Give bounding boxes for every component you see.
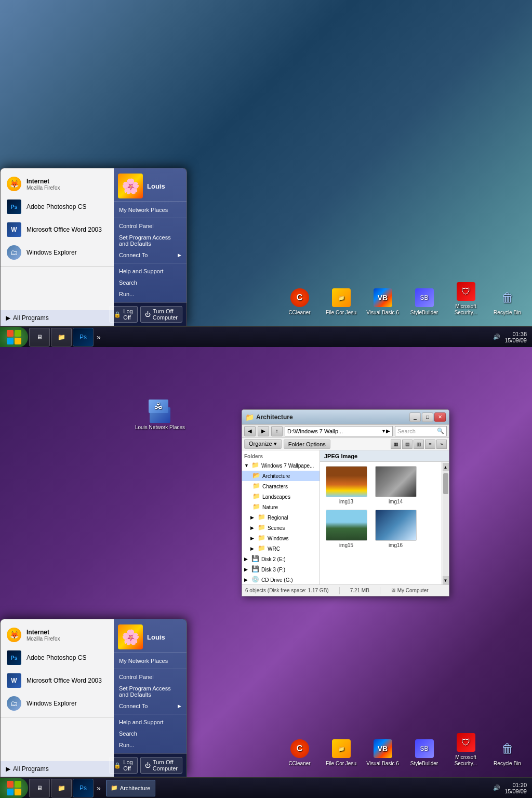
taskbar-btn-folder-bottom[interactable]: 📁	[51, 779, 72, 797]
start-right-connect-top[interactable]: Connect To ▶	[114, 249, 187, 261]
fe-tree-header: Folders	[242, 453, 320, 460]
fe-close-btn[interactable]: ✕	[434, 413, 446, 422]
fe-tree-wrc[interactable]: ▶ 📁 WRC	[242, 543, 320, 554]
fe-folder-options-btn[interactable]: Folder Options	[284, 440, 330, 449]
start-right-help-bottom[interactable]: Help and Support	[114, 716, 187, 728]
fe-image-img15[interactable]: img15	[324, 510, 368, 548]
start-right-network-bottom[interactable]: My Network Places	[114, 655, 187, 667]
fe-image-img13[interactable]: img13	[324, 466, 368, 504]
fe-tree-disk2[interactable]: ▶ 💾 Disk 2 (E:)	[242, 554, 320, 564]
start-app-explorer-top[interactable]: 🗂 Windows Explorer	[1, 241, 114, 264]
taskbar-btn-ps-bottom[interactable]: Ps	[73, 779, 94, 797]
start-app-internet-top[interactable]: 🦊 Internet Mozilla Firefox	[1, 172, 114, 195]
logoff-btn-bottom[interactable]: 🔒 Log Off	[109, 757, 137, 774]
start-right-search-bottom[interactable]: Search	[114, 728, 187, 739]
logoff-btn-top[interactable]: 🔒 Log Off	[109, 306, 137, 323]
fe-image-img14[interactable]: img14	[374, 466, 418, 504]
fe-tree-landscapes[interactable]: 📁 Landscapes	[242, 491, 320, 502]
fe-scrollbar[interactable]: ▲ ▼	[442, 462, 449, 584]
start-menu-right-items-top: My Network Places Control Panel Set Prog…	[114, 202, 187, 302]
start-right-help-top[interactable]: Help and Support	[114, 265, 187, 277]
desktop-icon-recycle-top[interactable]: 🗑 Recycle Bin	[488, 287, 527, 316]
fe-view-details[interactable]: ≡	[425, 440, 435, 449]
desktop-icon-mssecurity-bottom[interactable]: 🛡 Microsoft Security...	[446, 732, 485, 767]
all-programs-btn-bottom[interactable]: ▶ All Programs	[1, 761, 114, 777]
start-button-bottom[interactable]	[0, 778, 28, 799]
filecor-icon-bottom: 📁	[332, 739, 351, 758]
mssecurity-label-bottom: Microsoft Security...	[446, 754, 485, 767]
filecor-icon-top: 📁	[332, 288, 351, 307]
fe-view-large-icon[interactable]: ▦	[391, 440, 401, 449]
fe-tree-root[interactable]: ▼ 📁 Windows 7 Wallpape...	[242, 460, 320, 471]
desktop-icon-network-places-bottom[interactable]: 🖧 Louis Network Places	[131, 397, 189, 430]
all-programs-btn-top[interactable]: ▶ All Programs	[1, 310, 114, 326]
fe-tree-architecture[interactable]: 📂 Architecture	[242, 471, 320, 481]
taskbar-btn-network-top[interactable]: 🖥	[29, 328, 50, 347]
fe-tree-characters[interactable]: 📁 Characters	[242, 481, 320, 491]
start-app-explorer-bottom[interactable]: 🗂 Windows Explorer	[1, 692, 114, 715]
app-ps-name-top: Adobe Photoshop CS	[26, 203, 86, 210]
fe-back-btn[interactable]: ◀	[244, 426, 256, 436]
taskbar-btn-ps-top[interactable]: Ps	[73, 328, 94, 347]
desktop-icon-filecor-bottom[interactable]: 📁 File Cor Jesu	[322, 738, 361, 767]
start-app-ps-top[interactable]: Ps Adobe Photoshop CS	[1, 195, 114, 218]
fe-tree-scenes[interactable]: ▶ 📁 Scenes	[242, 523, 320, 533]
date-top: 15/09/09	[504, 337, 527, 343]
start-right-programs-top[interactable]: Set Program Access and Defaults	[114, 232, 187, 249]
fe-address-bar[interactable]: D:\Windows 7 Wallp... ▾ ▶	[285, 426, 393, 436]
start-right-run-top[interactable]: Run...	[114, 288, 187, 300]
recycle-icon-bottom: 🗑	[498, 739, 517, 758]
fe-organize-btn[interactable]: Organize ▾	[244, 439, 282, 449]
fe-tree-disk3[interactable]: ▶ 💾 Disk 3 (F:)	[242, 564, 320, 575]
volume-icon-top: 🔊	[493, 334, 500, 340]
fe-tree-regional[interactable]: ▶ 📁 Regional	[242, 512, 320, 523]
turnoff-btn-bottom[interactable]: ⏻ Turn Off Computer	[140, 757, 182, 774]
desktop-icon-vb6-bottom[interactable]: VB Visual Basic 6	[363, 738, 402, 767]
taskbar-bottom: 🖥 📁 Ps » 📁 Architecture 🔊 01:20 15/09/09	[0, 777, 532, 798]
fe-maximize-btn[interactable]: □	[422, 413, 433, 422]
expand-icon-cd: ▶	[244, 577, 250, 582]
fe-tree-nature[interactable]: 📁 Nature	[242, 502, 320, 512]
fe-up-btn[interactable]: ↑	[271, 426, 283, 436]
desktop-icon-mssecurity-top[interactable]: 🛡 Microsoft Security...	[446, 281, 485, 316]
desktop-icon-stylebuilder-bottom[interactable]: SB StyleBuilder	[405, 738, 444, 767]
desktop-icon-filecor-top[interactable]: 📁 File Cor Jesu	[322, 287, 361, 316]
fe-view-small-icon[interactable]: ▤	[402, 440, 413, 449]
taskbar-btn-network-bottom[interactable]: 🖥	[29, 779, 50, 797]
fe-view-list[interactable]: ▥	[414, 440, 424, 449]
start-right-run-bottom[interactable]: Run...	[114, 739, 187, 751]
fe-minimize-btn[interactable]: _	[409, 413, 421, 422]
start-app-word-top[interactable]: W Microsoft Office Word 2003	[1, 218, 114, 241]
bottom-screen: 🖧 Louis Network Places 📁 Architecture _ …	[0, 347, 532, 798]
start-app-internet-bottom[interactable]: 🦊 Internet Mozilla Firefox	[1, 623, 114, 646]
desktop-icon-ccleaner-top[interactable]: C CCleaner	[280, 287, 319, 316]
start-app-ps-bottom[interactable]: Ps Adobe Photoshop CS	[1, 646, 114, 669]
start-app-word-bottom[interactable]: W Microsoft Office Word 2003	[1, 669, 114, 692]
start-right-connect-bottom[interactable]: Connect To ▶	[114, 700, 187, 712]
taskbar-dots-top: »	[94, 333, 104, 341]
start-right-control-bottom[interactable]: Control Panel	[114, 671, 187, 683]
desktop-icon-recycle-bottom[interactable]: 🗑 Recycle Bin	[488, 738, 527, 767]
fe-forward-btn[interactable]: ▶	[258, 426, 269, 436]
expand-icon-disk3: ▶	[244, 567, 250, 572]
desktop-icon-ccleaner-bottom[interactable]: C CCleaner	[280, 738, 319, 767]
start-right-search-top[interactable]: Search	[114, 277, 187, 288]
start-right-network-top[interactable]: My Network Places	[114, 204, 187, 216]
scroll-up-btn[interactable]: ▲	[443, 463, 449, 471]
scroll-down-btn[interactable]: ▼	[443, 576, 449, 584]
fe-tree-cd[interactable]: ▶ 💿 CD Drive (G:)	[242, 575, 320, 584]
desktop-icon-vb6-top[interactable]: VB Visual Basic 6	[363, 287, 402, 316]
taskbar-btn-folder-top[interactable]: 📁	[51, 328, 72, 347]
start-right-programs-bottom[interactable]: Set Program Access and Defaults	[114, 683, 187, 700]
scroll-thumb[interactable]	[443, 473, 448, 494]
fe-view-more[interactable]: »	[436, 440, 447, 449]
taskbar-arch-btn[interactable]: 📁 Architecture	[106, 780, 155, 796]
start-button-top[interactable]	[0, 327, 28, 348]
fe-image-img16[interactable]: img16	[374, 510, 418, 548]
fe-thumb-img13	[326, 466, 367, 497]
start-right-control-top[interactable]: Control Panel	[114, 220, 187, 232]
fe-search-box[interactable]: Search 🔍	[395, 426, 447, 436]
turnoff-btn-top[interactable]: ⏻ Turn Off Computer	[140, 306, 182, 323]
fe-tree-windows[interactable]: ▶ 📁 Windows	[242, 533, 320, 543]
desktop-icon-stylebuilder-top[interactable]: SB StyleBuilder	[405, 287, 444, 316]
